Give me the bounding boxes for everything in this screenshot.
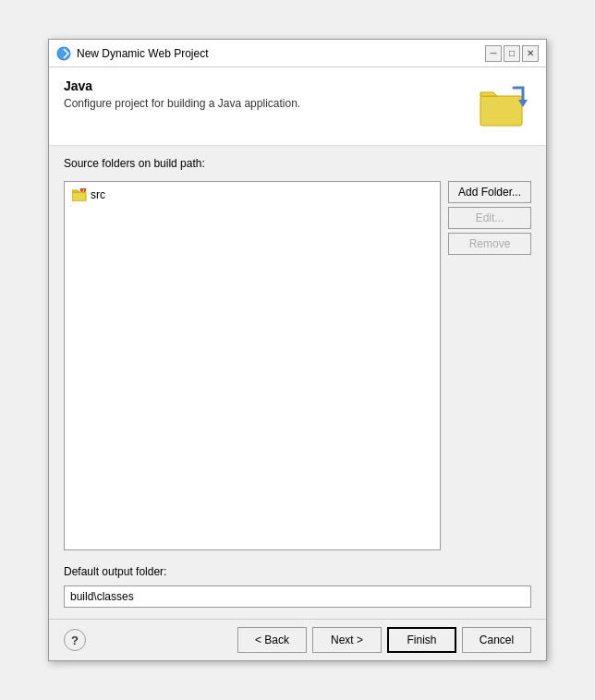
maximize-button[interactable]: □ [504, 45, 520, 62]
source-folders-list[interactable]: J src [64, 181, 441, 550]
next-button[interactable]: Next > [312, 627, 382, 653]
header-icon [476, 78, 531, 134]
side-buttons: Add Folder... Edit... Remove [448, 181, 531, 550]
finish-button[interactable]: Finish [387, 627, 456, 653]
svg-rect-3 [72, 192, 86, 201]
src-folder-icon: J [72, 187, 87, 202]
list-item-src-text: src [91, 188, 105, 201]
edit-button[interactable]: Edit... [448, 207, 531, 229]
header-text: Java Configure project for building a Ja… [64, 78, 300, 110]
header-title: Java [64, 78, 300, 93]
cancel-button[interactable]: Cancel [462, 627, 531, 653]
minimize-button[interactable]: ─ [485, 45, 502, 62]
header-subtitle: Configure project for building a Java ap… [64, 97, 300, 110]
title-bar: New Dynamic Web Project ─ □ ✕ [49, 40, 546, 67]
close-button[interactable]: ✕ [522, 45, 539, 62]
footer-buttons: < Back Next > Finish Cancel [237, 627, 531, 653]
dialog-window: New Dynamic Web Project ─ □ ✕ Java Confi… [48, 39, 547, 661]
help-button[interactable]: ? [64, 629, 86, 651]
source-folders-container: J src Add Folder... Edit... Remove [64, 181, 531, 550]
title-bar-controls: ─ □ ✕ [485, 45, 539, 62]
add-folder-button[interactable]: Add Folder... [448, 181, 531, 203]
content-area: Source folders on build path: J src [49, 146, 546, 619]
footer: ? < Back Next > Finish Cancel [49, 619, 546, 660]
title-bar-text: New Dynamic Web Project [77, 47, 480, 60]
output-folder-input[interactable] [64, 585, 531, 608]
back-button[interactable]: < Back [237, 627, 307, 653]
remove-button[interactable]: Remove [448, 233, 531, 255]
source-folders-label: Source folders on build path: [64, 157, 531, 170]
list-item: J src [68, 186, 436, 204]
svg-rect-1 [480, 96, 522, 126]
title-bar-icon [56, 46, 71, 61]
svg-text:J: J [82, 188, 84, 193]
header-section: Java Configure project for building a Ja… [49, 67, 546, 146]
output-folder-label: Default output folder: [64, 565, 531, 578]
output-folder-section: Default output folder: [64, 565, 531, 608]
